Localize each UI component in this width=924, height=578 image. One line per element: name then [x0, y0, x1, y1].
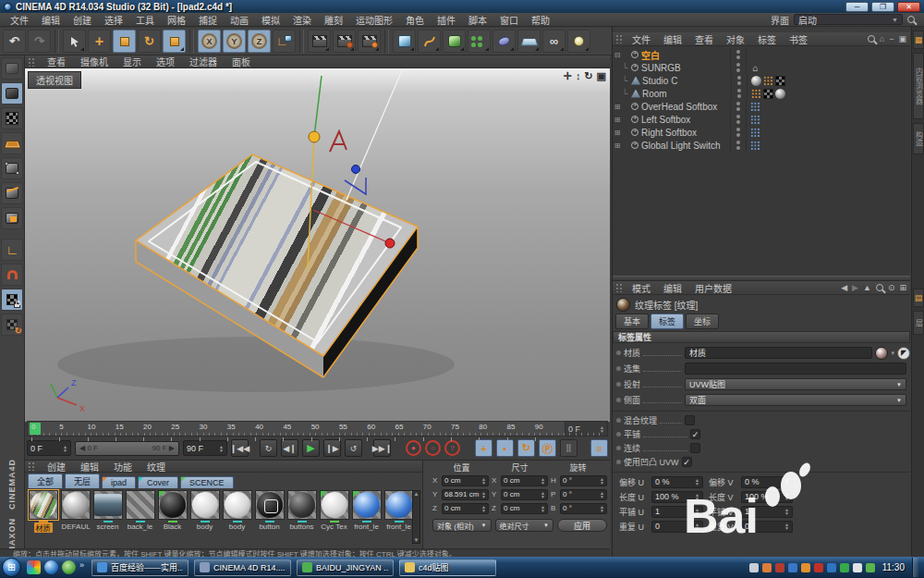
- timeline-mode-icon[interactable]: ≡: [590, 439, 608, 457]
- tray-icon[interactable]: [749, 563, 759, 572]
- expand-icon[interactable]: ⊞: [613, 129, 622, 137]
- menu-item[interactable]: 运动图形: [349, 13, 399, 27]
- object-tags[interactable]: [747, 141, 760, 151]
- points-mode-icon[interactable]: [1, 157, 23, 179]
- material-item[interactable]: Black: [156, 490, 188, 533]
- start-button[interactable]: ⊞: [2, 558, 21, 577]
- collapse-icon[interactable]: −: [889, 34, 894, 43]
- start-frame-field[interactable]: 0 F▲▼: [27, 440, 71, 456]
- visibility-toggles[interactable]: [730, 48, 747, 61]
- tab-objects[interactable]: ▦: [913, 31, 924, 49]
- polygons-mode-icon[interactable]: [1, 207, 23, 229]
- object-row[interactable]: └ Studio C: [613, 74, 910, 87]
- expand-icon[interactable]: ⊞: [613, 103, 622, 111]
- material-item[interactable]: DEFAUL: [59, 490, 91, 533]
- tray-icon[interactable]: [801, 563, 810, 572]
- taskbar-clock[interactable]: 11:30: [882, 562, 905, 572]
- pan-icon[interactable]: ✛: [564, 70, 572, 82]
- object-manager-menu-item[interactable]: 查看: [688, 32, 720, 46]
- menu-item[interactable]: 帮助: [525, 13, 556, 27]
- tab-basic[interactable]: 基本: [615, 314, 649, 329]
- object-row[interactable]: └ SUNRGB: [613, 61, 910, 74]
- tray-icon[interactable]: [840, 563, 849, 572]
- z-axis-lock-icon[interactable]: Z: [248, 30, 271, 53]
- panel-grip-icon[interactable]: [28, 57, 35, 67]
- last-used-tool-icon[interactable]: [163, 30, 186, 53]
- material-name[interactable]: screen: [94, 523, 120, 531]
- material-item[interactable]: body: [188, 490, 221, 533]
- visibility-toggles[interactable]: [731, 87, 748, 100]
- expand-icon[interactable]: ⊟: [613, 51, 622, 59]
- tab-tag[interactable]: 标签: [650, 314, 684, 329]
- material-item[interactable]: button: [253, 490, 286, 533]
- material-thumbnail[interactable]: [255, 490, 285, 520]
- next-frame-icon[interactable]: ❙▶: [323, 439, 341, 457]
- quicklaunch-icon[interactable]: [27, 560, 41, 574]
- object-name[interactable]: Left Softbox: [641, 115, 730, 125]
- visibility-toggles[interactable]: [731, 74, 748, 87]
- material-name[interactable]: Cyc Tex: [319, 523, 348, 531]
- repeat-u-field[interactable]: 0▲▼: [651, 521, 703, 533]
- material-thumbnail[interactable]: [190, 490, 220, 520]
- position-mode-dropdown[interactable]: 对象 (相对)▼: [432, 519, 492, 532]
- tray-icon[interactable]: [814, 563, 823, 572]
- key-rotation-icon[interactable]: ↻: [517, 439, 535, 457]
- quicklaunch-icon[interactable]: [44, 560, 58, 574]
- quicklaunch-icon[interactable]: [62, 560, 76, 574]
- material-thumbnail[interactable]: [352, 490, 382, 520]
- visibility-toggles[interactable]: [730, 113, 747, 126]
- key-pla-icon[interactable]: ⣿: [560, 439, 578, 457]
- visibility-toggles[interactable]: [730, 126, 747, 139]
- size-z-field[interactable]: 0 cm▲▼: [501, 503, 548, 514]
- size-x-field[interactable]: 0 cm▲▼: [501, 475, 548, 486]
- taskbar-button[interactable]: c4d贴图: [399, 560, 496, 576]
- material-thumbnail[interactable]: [61, 490, 91, 520]
- tray-icon[interactable]: [775, 563, 784, 572]
- move-tool-icon[interactable]: +: [88, 30, 111, 53]
- subdivision-surface-icon[interactable]: [443, 30, 466, 53]
- length-u-field[interactable]: 100 %▲▼: [651, 491, 703, 503]
- material-thumbnail[interactable]: [320, 490, 349, 520]
- tray-icon[interactable]: [827, 563, 836, 572]
- length-v-field[interactable]: 100 %▲▼: [741, 491, 793, 503]
- material-menu-item[interactable]: 编辑: [73, 460, 106, 473]
- object-tags[interactable]: [747, 102, 760, 112]
- history-back-icon[interactable]: ◀: [841, 283, 847, 292]
- undo-icon[interactable]: ↶: [3, 30, 26, 53]
- object-row[interactable]: ⊞ OverHead Softbox: [613, 100, 910, 113]
- object-row[interactable]: ⊟ 空白: [613, 48, 910, 61]
- material-scrollbar[interactable]: ▲▼: [412, 490, 420, 544]
- tab-structure[interactable]: 构造: [913, 123, 924, 154]
- material-layer-tab[interactable]: SCENCE: [180, 476, 234, 488]
- axis-mode-icon[interactable]: ∟: [1, 239, 23, 261]
- material-item[interactable]: Cyc Tex: [318, 490, 350, 533]
- mix-textures-checkbox[interactable]: [685, 415, 695, 425]
- show-desktop-button[interactable]: [912, 558, 918, 577]
- object-row[interactable]: ⊞ Global Light Switch: [613, 139, 910, 152]
- viewport-tab[interactable]: 透视视图: [28, 71, 81, 89]
- x-axis-lock-icon[interactable]: X: [198, 30, 221, 53]
- zoom-icon[interactable]: ↕: [576, 70, 581, 82]
- spline-pen-icon[interactable]: [418, 30, 441, 53]
- coordinate-system-icon[interactable]: ∟: [273, 30, 296, 53]
- material-thumbnail[interactable]: [158, 490, 188, 520]
- snap-icon[interactable]: [1, 264, 23, 286]
- material-item[interactable]: screen: [91, 490, 124, 533]
- object-tags[interactable]: [747, 63, 760, 73]
- object-tags[interactable]: [748, 76, 785, 86]
- environment-floor-icon[interactable]: [517, 30, 541, 53]
- object-tags[interactable]: [747, 115, 760, 125]
- key-position-icon[interactable]: +: [475, 439, 492, 457]
- position-x-field[interactable]: 0 cm▲▼: [442, 475, 489, 486]
- object-manager-menu-item[interactable]: 编辑: [657, 32, 688, 46]
- material-item[interactable]: body: [221, 490, 253, 533]
- menu-item[interactable]: 选择: [98, 13, 129, 27]
- material-name[interactable]: button: [257, 523, 281, 531]
- viewport-menu-item[interactable]: 查看: [40, 55, 73, 68]
- object-row[interactable]: └ Room: [613, 87, 910, 100]
- light-icon[interactable]: [567, 30, 590, 53]
- tray-icon[interactable]: [866, 563, 875, 572]
- menu-item[interactable]: 工具: [129, 13, 161, 27]
- rotation-p-field[interactable]: 0 °▲▼: [560, 489, 607, 500]
- tiles-u-field[interactable]: 1▲▼: [651, 506, 703, 518]
